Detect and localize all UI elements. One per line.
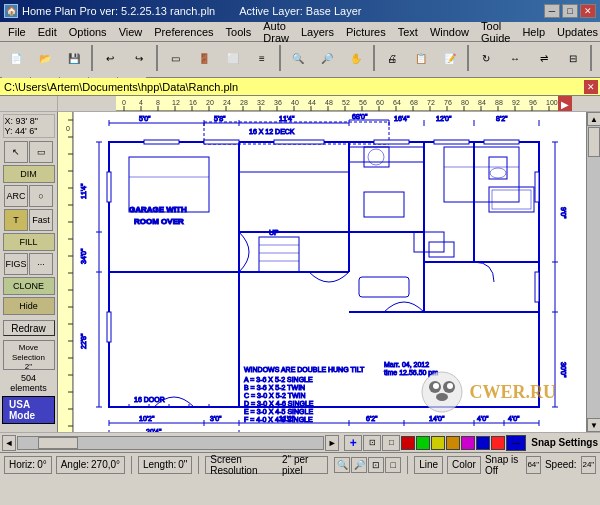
h-scroll-thumb[interactable] — [38, 437, 78, 449]
align-button[interactable]: ⊟ — [559, 44, 587, 72]
toolbar-separator-4 — [373, 45, 375, 71]
mirror-button[interactable]: ⇌ — [530, 44, 558, 72]
ruler-scroll-right[interactable]: ▶ — [558, 96, 572, 112]
minimize-button[interactable]: ─ — [544, 4, 560, 18]
zoom-out-status-btn[interactable]: 🔎 — [351, 457, 367, 473]
menu-item-pictures[interactable]: Pictures — [340, 24, 392, 40]
zoom-in-button[interactable]: 🔍 — [284, 44, 312, 72]
color-dot-red[interactable] — [401, 436, 415, 450]
canvas-area[interactable]: 16 X 12 DECK 5'0" 5'8" 11'4" 68'0" 16'4" — [74, 112, 586, 432]
zoom-full-status-btn[interactable]: □ — [385, 457, 401, 473]
scroll-left-button[interactable]: ◄ — [2, 435, 16, 451]
scroll-right-button[interactable]: ► — [325, 435, 339, 451]
minus-button[interactable]: ─ — [506, 435, 526, 451]
usa-mode-button[interactable]: USA Mode — [2, 396, 55, 424]
open-button[interactable]: 📂 — [31, 44, 59, 72]
arc-tool[interactable]: ARC — [4, 185, 28, 207]
color-dot-red2[interactable] — [491, 436, 505, 450]
svg-rect-183 — [144, 140, 179, 144]
rotate-button[interactable]: ↻ — [472, 44, 500, 72]
svg-point-205 — [433, 383, 439, 389]
scroll-up-button[interactable]: ▲ — [587, 112, 600, 126]
svg-text:60: 60 — [376, 99, 384, 106]
menu-item-window[interactable]: Window — [424, 24, 475, 40]
color-dot-purple[interactable] — [461, 436, 475, 450]
door-button[interactable]: 🚪 — [190, 44, 218, 72]
paste-button[interactable]: 📝 — [436, 44, 464, 72]
speed-button[interactable]: 24" — [581, 456, 596, 474]
svg-text:40: 40 — [291, 99, 299, 106]
color-dot-yellow[interactable] — [431, 436, 445, 450]
color-dot-orange[interactable] — [446, 436, 460, 450]
scroll-down-button[interactable]: ▼ — [587, 418, 600, 432]
menu-item-layers[interactable]: Layers — [295, 24, 340, 40]
svg-rect-188 — [484, 140, 519, 144]
coords-display: X: 93' 8" Y: 44' 6" — [3, 114, 55, 138]
scroll-thumb[interactable] — [588, 127, 600, 157]
angle-label: Angle: — [61, 459, 89, 470]
horiz-value: 0° — [37, 459, 47, 470]
zoom-fit-status-btn[interactable]: ⊡ — [368, 457, 384, 473]
dim-tool[interactable]: DIM — [3, 165, 55, 183]
save-button[interactable]: 💾 — [60, 44, 88, 72]
fast-tool[interactable]: Fast — [29, 209, 53, 231]
ruler-scrollbar-end — [586, 96, 600, 111]
zoom-out-button[interactable]: 🔎 — [313, 44, 341, 72]
svg-text:ROOM OVER: ROOM OVER — [134, 217, 184, 226]
menu-item-options[interactable]: Options — [63, 24, 113, 40]
plus-button[interactable]: + — [344, 435, 362, 451]
svg-text:64: 64 — [393, 99, 401, 106]
copy-button[interactable]: 📋 — [407, 44, 435, 72]
figs-tool[interactable]: FIGS — [4, 253, 28, 275]
menu-item-tools[interactable]: Tools — [220, 24, 258, 40]
svg-text:100: 100 — [546, 99, 558, 106]
menu-item-updates[interactable]: Updates — [551, 24, 600, 40]
zoom-fit-button[interactable]: ⊡ — [363, 435, 381, 451]
snap-button[interactable]: 64" — [526, 456, 541, 474]
menu-item-auto-draw[interactable]: Auto Draw — [257, 18, 295, 46]
undo-button[interactable]: ↩ — [96, 44, 124, 72]
menu-item-help[interactable]: Help — [516, 24, 551, 40]
new-button[interactable]: 📄 — [2, 44, 30, 72]
svg-rect-186 — [374, 140, 409, 144]
address-close-button[interactable]: ✕ — [584, 80, 598, 94]
svg-text:0: 0 — [122, 99, 126, 106]
menu-item-tool-guide[interactable]: Tool Guide — [475, 18, 516, 46]
length-status: Length: 0" — [138, 456, 193, 474]
pan-button[interactable]: ✋ — [342, 44, 370, 72]
menu-item-text[interactable]: Text — [392, 24, 424, 40]
close-button[interactable]: ✕ — [580, 4, 596, 18]
svg-point-202 — [422, 372, 462, 412]
horizontal-scrollbar[interactable] — [17, 436, 324, 450]
menu-item-preferences[interactable]: Preferences — [148, 24, 219, 40]
redo-button[interactable]: ↪ — [125, 44, 153, 72]
length-label: Length: — [143, 459, 176, 470]
text-tool[interactable]: T — [4, 209, 28, 231]
circle-tool[interactable]: ○ — [29, 185, 53, 207]
menu-item-edit[interactable]: Edit — [32, 24, 63, 40]
select-tool[interactable]: ↖ — [4, 141, 28, 163]
hide-tool[interactable]: Hide — [3, 297, 55, 315]
print-button[interactable]: 🖨 — [378, 44, 406, 72]
clone-tool[interactable]: CLONE — [3, 277, 55, 295]
color-dot-green[interactable] — [416, 436, 430, 450]
zoom-in-status-btn[interactable]: 🔍 — [334, 457, 350, 473]
color-dot-blue[interactable] — [476, 436, 490, 450]
zoom-100-button[interactable]: □ — [382, 435, 400, 451]
wall-button[interactable]: ▭ — [161, 44, 189, 72]
horizontal-ruler: 0 4 8 12 16 20 24 28 32 36 40 44 48 — [116, 96, 572, 112]
scroll-track[interactable] — [587, 126, 600, 418]
menu-item-file[interactable]: File — [2, 24, 32, 40]
wall-tool[interactable]: ▭ — [29, 141, 53, 163]
window-button[interactable]: ⬜ — [219, 44, 247, 72]
svg-text:68'0": 68'0" — [352, 113, 368, 120]
flip-button[interactable]: ↔ — [501, 44, 529, 72]
main-area: X: 93' 8" Y: 44' 6" ↖ ▭ DIM ARC ○ T Fast… — [0, 112, 600, 432]
stairs-button[interactable]: ≡ — [248, 44, 276, 72]
fill-tool[interactable]: FILL — [3, 233, 55, 251]
maximize-button[interactable]: □ — [562, 4, 578, 18]
title-bar-left: 🏠 Home Plan Pro ver: 5.2.25.13 ranch.pln… — [4, 4, 362, 18]
redraw-button[interactable]: Redraw — [3, 320, 55, 336]
extra-tool[interactable]: ··· — [29, 253, 53, 275]
menu-item-view[interactable]: View — [113, 24, 149, 40]
